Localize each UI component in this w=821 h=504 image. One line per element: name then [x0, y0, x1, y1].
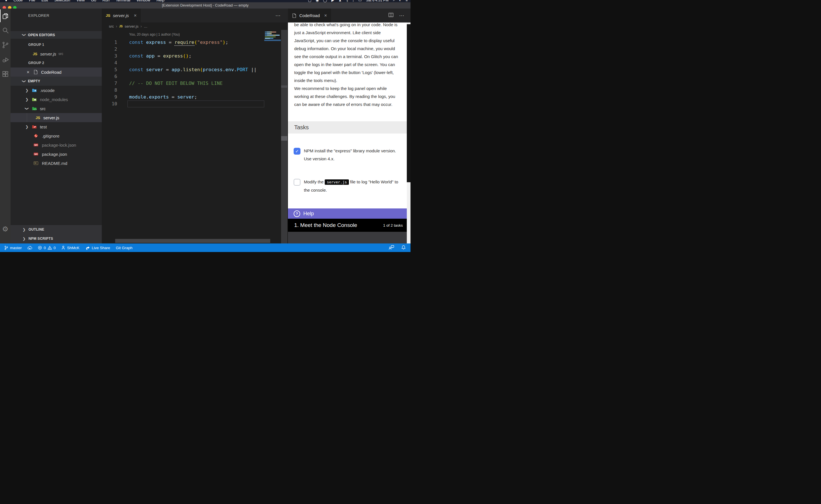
menu-terminal[interactable]: Terminal: [116, 0, 130, 2]
search-icon[interactable]: [0, 23, 11, 38]
git-branch-status[interactable]: master: [4, 245, 22, 250]
menubar-status-icon[interactable]: ↓: [352, 0, 354, 2]
outline-section[interactable]: ❯ OUTLINE: [11, 225, 102, 234]
tab-coderoad[interactable]: CodeRoad ✕: [288, 9, 331, 22]
tab-server-js[interactable]: JS server.js ✕: [102, 9, 141, 22]
menubar-status-icon[interactable]: ▶: [331, 0, 334, 2]
tree-item-test[interactable]: ❯ test: [11, 122, 102, 131]
menu-help[interactable]: Help: [156, 0, 164, 2]
menubar-status-icon[interactable]: ◯: [323, 0, 327, 2]
explorer-icon[interactable]: [0, 9, 11, 23]
control-center-icon[interactable]: ◐: [399, 0, 401, 2]
menu-file[interactable]: File: [29, 0, 35, 2]
source-control-icon[interactable]: [0, 38, 11, 52]
tree-item-readme[interactable]: M↓ README.md: [11, 159, 102, 168]
help-bar[interactable]: ? Help: [288, 208, 407, 219]
menubar-status-icon[interactable]: ▢: [308, 0, 311, 2]
js-file-icon: JS: [119, 25, 122, 28]
tree-item-gitignore[interactable]: .gitignore: [11, 131, 102, 140]
tree-item-src[interactable]: ❯ </> src: [11, 104, 102, 113]
menubar-list-icon[interactable]: ≡: [406, 0, 408, 2]
open-editor-coderoad[interactable]: ✕ CodeRoad: [11, 67, 102, 77]
error-icon: [38, 246, 42, 250]
close-icon[interactable]: ✕: [26, 70, 30, 74]
code-text: const server = app.listen(process.env.PO…: [129, 66, 257, 73]
code-line[interactable]: 7// -- DO NOT EDIT BELOW THIS LINE: [102, 80, 264, 87]
minimap-current-line: [264, 40, 281, 41]
breadcrumb-server-js[interactable]: server.js: [124, 24, 138, 28]
menu-run[interactable]: Run: [102, 0, 109, 2]
code-line[interactable]: 4: [102, 60, 264, 66]
test-folder-icon: [32, 125, 37, 129]
tree-item-vscode[interactable]: ❯ .vscode: [11, 86, 102, 95]
menubar-clock[interactable]: Sat 6 4:51 PM: [366, 0, 389, 2]
code-line[interactable]: 2: [102, 46, 264, 53]
menu-go[interactable]: Go: [91, 0, 96, 2]
extensions-icon[interactable]: [0, 67, 11, 81]
split-editor-icon[interactable]: [389, 13, 393, 18]
sync-status[interactable]: [27, 246, 32, 250]
menubar-status-icon[interactable]: ▭: [358, 0, 362, 2]
close-tab-icon[interactable]: ✕: [134, 13, 137, 18]
code-line[interactable]: 8: [102, 87, 264, 94]
tree-item-package-lock[interactable]: npm package-lock.json: [11, 140, 102, 149]
more-actions-icon[interactable]: ⋯: [275, 13, 281, 19]
apple-menu-icon[interactable]: ●: [5, 0, 7, 2]
checkbox-checked[interactable]: ✓: [294, 148, 301, 155]
tree-item-package-json[interactable]: npm package.json: [11, 149, 102, 159]
codelens-blame[interactable]: You, 20 days ago | 1 author (You): [129, 32, 180, 36]
account-status[interactable]: ShMcK: [61, 245, 79, 250]
close-tab-icon[interactable]: ✕: [324, 13, 327, 18]
breadcrumb[interactable]: src › JS server.js › …: [102, 22, 288, 30]
menu-window[interactable]: Window: [136, 0, 150, 2]
menubar-status-icon[interactable]: ◉: [316, 0, 319, 2]
code-editor[interactable]: You, 20 days ago | 1 author (You) 1const…: [102, 30, 288, 243]
menu-selection[interactable]: Selection: [54, 0, 70, 2]
file-detail: src: [58, 52, 63, 56]
lesson-footer[interactable]: 1. Meet the Node Console 1 of 2 tasks: [288, 219, 407, 232]
menubar-status-icon[interactable]: ▲: [338, 0, 342, 2]
line-number: 10: [102, 101, 117, 107]
notifications-bell-icon[interactable]: [401, 245, 406, 251]
chevron-right-icon: ❯: [23, 228, 26, 232]
scrollbar-thumb[interactable]: [281, 136, 287, 141]
minimap[interactable]: [264, 30, 281, 87]
code-line[interactable]: 1const express = require("express");: [102, 39, 264, 46]
code-line[interactable]: 5const server = app.listen(process.env.P…: [102, 66, 264, 73]
breadcrumb-more[interactable]: …: [144, 24, 147, 28]
status-bar: master 0 0 ShMcK: [0, 243, 410, 252]
npm-scripts-section[interactable]: ❯ NPM SCRIPTS: [11, 234, 102, 243]
minimap-line: [265, 36, 276, 37]
horizontal-scrollbar[interactable]: [115, 239, 270, 243]
open-editor-server-js[interactable]: JS server.js src: [11, 49, 102, 58]
live-share-status[interactable]: Live Share: [85, 245, 110, 250]
problems-status[interactable]: 0 0: [38, 246, 56, 250]
git-graph-status[interactable]: Git Graph: [116, 246, 132, 250]
menu-edit[interactable]: Edit: [41, 0, 48, 2]
code-line[interactable]: 3const app = express();: [102, 53, 264, 60]
more-actions-icon[interactable]: ⋯: [399, 13, 404, 19]
checkbox-unchecked[interactable]: [294, 179, 301, 186]
editor-scrollbar[interactable]: [281, 30, 287, 243]
js-file-icon: JS: [33, 52, 37, 56]
tree-item-node-modules[interactable]: ❯ node_modules: [11, 95, 102, 104]
code-text: const app = express();: [129, 53, 191, 60]
scrollbar-thumb[interactable]: [281, 85, 287, 88]
menu-view[interactable]: View: [76, 0, 85, 2]
line-number: 3: [102, 53, 117, 60]
code-line[interactable]: 6: [102, 73, 264, 80]
code-line[interactable]: 9module.exports = server;: [102, 94, 264, 101]
run-and-debug-icon[interactable]: [0, 52, 11, 67]
tree-item-server-js[interactable]: JS server.js: [11, 113, 102, 122]
menubar-status-icon[interactable]: ¶: [346, 0, 348, 2]
spotlight-icon[interactable]: ⌕: [393, 0, 395, 2]
scrollbar-thumb[interactable]: [407, 24, 410, 182]
folder-section-header[interactable]: ❯ EMPTY: [11, 77, 102, 86]
open-editors-header[interactable]: ❯ OPEN EDITORS: [11, 31, 102, 39]
webview-scrollbar[interactable]: [407, 22, 410, 243]
menu-code[interactable]: Code: [13, 0, 23, 2]
feedback-icon[interactable]: [389, 245, 394, 251]
manage-gear-icon[interactable]: ⚙: [0, 222, 11, 236]
breadcrumb-src[interactable]: src: [109, 24, 114, 28]
task-progress: 1 of 2 tasks: [383, 223, 403, 228]
